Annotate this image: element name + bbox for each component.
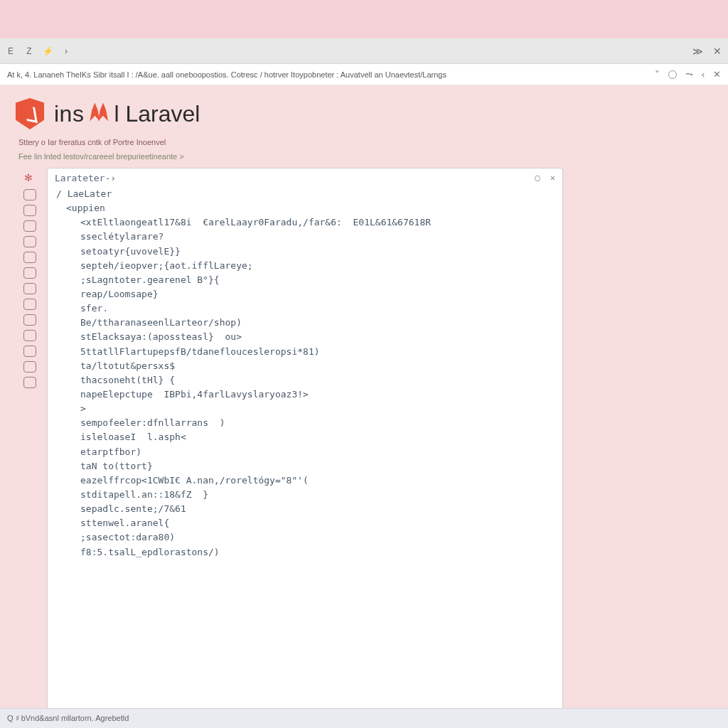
intro-text: Sttery o Iar freratus cntk of Portre Ino… (0, 135, 728, 151)
code-line: isleloaseI l.asph< (56, 430, 554, 444)
editor-maximize-icon[interactable]: ▢ (535, 173, 540, 183)
code-line: ;sLagntoter.gearenel B°}{ (56, 273, 554, 287)
addr-dropdown-icon[interactable]: ˅ (655, 69, 660, 80)
code-line: f8:5.tsalL_epdlorastons/) (56, 545, 554, 560)
page-header: ins l Laravel (0, 85, 728, 135)
address-bar: At k, 4. Lananeh TheIKs Sibr itsall I : … (0, 64, 728, 85)
laravel-flame-icon (88, 102, 109, 122)
title-left: ins (54, 101, 84, 127)
code-line: > (56, 402, 554, 416)
addr-reload-icon[interactable] (668, 70, 677, 79)
code-line: sseclétylarare? (56, 230, 554, 244)
workspace: Larateter-› ▢ ✕ / LaeLater<uppien<xtEltl… (0, 168, 728, 728)
rail-icon-1[interactable] (23, 189, 36, 200)
tab-forward-icon[interactable]: › (61, 46, 71, 56)
side-rail (0, 168, 43, 728)
rail-icon-9[interactable] (23, 314, 36, 326)
rail-icon-5[interactable] (23, 252, 36, 263)
code-line: septeh/ieopver;{aot.ifflLareye; (56, 259, 554, 273)
browser-tab-bar: E Z ⚡ › ≫ ✕ (0, 38, 728, 64)
code-line: sttenwel.aranel{ (56, 516, 554, 530)
editor-body[interactable]: / LaeLater<uppien<xtEltlaongeatl17&8i €a… (48, 187, 562, 727)
tab-glyph-1[interactable]: Z (24, 46, 34, 56)
status-bar: Q ♯ bVnd&asnl mllartorn. Agrebetld (0, 708, 728, 728)
code-line: thacsoneht(tHl} { (56, 373, 554, 387)
status-text: Q ♯ bVnd&asnl mllartorn. Agrebetld (7, 714, 129, 723)
code-line: reap/Loomsape} (56, 287, 554, 301)
title-right: l Laravel (114, 101, 200, 127)
addr-close-icon[interactable]: ✕ (713, 69, 721, 80)
rail-icon-6[interactable] (23, 267, 36, 279)
tab-glyph-2[interactable]: ⚡ (43, 46, 53, 56)
rail-icon-4[interactable] (23, 236, 36, 247)
page-content: ins l Laravel Sttery o Iar freratus cntk… (0, 85, 728, 728)
editor-title-bar: Larateter-› ▢ ✕ (48, 168, 562, 187)
editor-close-icon[interactable]: ✕ (550, 173, 555, 183)
code-line: eazelffrcop<1CWbI€ A.nan,/roreltógy="8"'… (56, 473, 554, 488)
code-line: <uppien (56, 201, 554, 215)
code-line: setoatyr{uvovelE}} (56, 245, 554, 259)
code-line: stditapell.an::18&fZ } (56, 488, 554, 502)
code-line: Be/ttharanaseenlLarteor/shop) (56, 316, 554, 330)
rail-icon-7[interactable] (23, 283, 36, 294)
rail-icon-3[interactable] (23, 220, 36, 232)
code-editor-panel: Larateter-› ▢ ✕ / LaeLater<uppien<xtEltl… (47, 168, 563, 728)
tab-glyph-0[interactable]: E (6, 46, 16, 56)
code-line: taN to(ttort} (56, 459, 554, 473)
address-text[interactable]: At k, 4. Lananeh TheIKs Sibr itsall I : … (7, 70, 446, 79)
code-line: sfer. (56, 301, 554, 316)
editor-prompt: Larateter-› (55, 173, 116, 183)
code-line: ;sasectot:dara80) (56, 530, 554, 545)
code-line: 5ttatllFlartupepsfB/tdanefloucesleropsi*… (56, 345, 554, 359)
laravel-shield-icon (16, 98, 44, 129)
window-close-icon[interactable]: ✕ (712, 46, 722, 57)
rail-icon-0[interactable] (23, 173, 36, 185)
addr-back-icon[interactable]: ‹ (702, 69, 705, 80)
window-top-spacer (0, 0, 728, 38)
addr-share-icon[interactable]: ⤳ (685, 69, 693, 80)
rail-icon-8[interactable] (23, 299, 36, 310)
page-title: ins l Laravel (54, 101, 200, 127)
code-line: sepadlc.sente;/7&61 (56, 502, 554, 516)
rail-icon-2[interactable] (23, 205, 36, 216)
code-line: sempofeeler:dfnllarrans ) (56, 416, 554, 430)
rail-icon-10[interactable] (23, 330, 36, 341)
rail-icon-13[interactable] (23, 377, 36, 388)
rail-icon-12[interactable] (23, 361, 36, 373)
breadcrumb[interactable]: Fee lin lnted lestov/rcareeel brepurieet… (0, 151, 728, 168)
rail-icon-11[interactable] (23, 346, 36, 357)
code-line: <xtEltlaongeatl17&8i €arelLaayr0Faradu,/… (56, 215, 554, 230)
code-line: / LaeLater (56, 187, 554, 201)
tab-overflow-icon[interactable]: ≫ (692, 46, 702, 57)
code-line: etarptfbor) (56, 445, 554, 459)
code-line: stElacksaya:(apossteasl} ou> (56, 330, 554, 344)
code-line: napeElepctupe IBPbi,4farlLavyslaryoaz3!> (56, 387, 554, 402)
code-line: ta/ltotut&persxs$ (56, 359, 554, 373)
